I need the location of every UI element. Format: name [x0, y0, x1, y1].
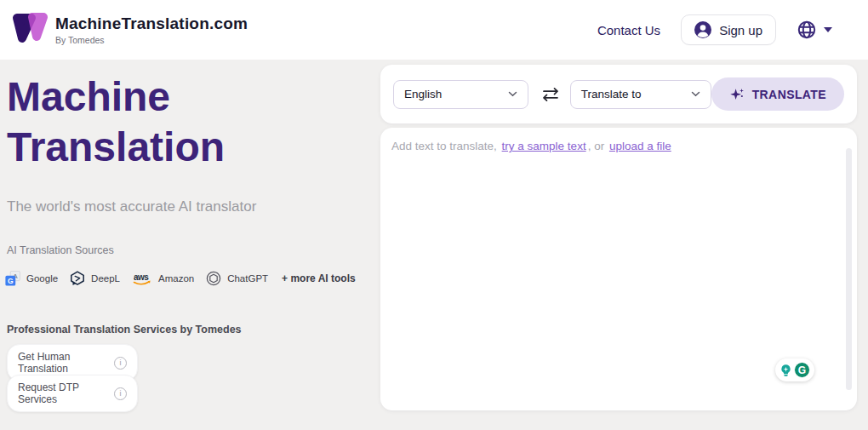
page-title: MachineTranslation	[7, 72, 364, 172]
translator-toolbar: English Translate to TRANSLATE	[380, 65, 857, 123]
globe-icon	[797, 20, 817, 40]
svg-text:G: G	[8, 277, 14, 285]
placeholder-text: Add text to translate,	[391, 140, 497, 152]
grammarly-widget[interactable]: G	[775, 358, 814, 381]
brand-logo[interactable]: MachineTranslation.com By Tomedes	[9, 10, 248, 49]
source-google: A G Google	[5, 271, 58, 286]
brand-title: MachineTranslation.com	[55, 14, 248, 33]
source-label: Amazon	[158, 273, 194, 284]
signup-label: Sign up	[719, 23, 762, 37]
request-dtp-services-button[interactable]: Request DTP Services i	[7, 375, 138, 412]
source-deepl: DeepL	[70, 271, 120, 286]
source-language-value: English	[404, 88, 442, 100]
language-selector-button[interactable]	[797, 16, 832, 43]
header-nav: Contact Us Sign up	[597, 14, 832, 45]
button-label: Get Human Translation	[18, 351, 114, 375]
info-icon[interactable]: i	[114, 387, 127, 400]
swap-languages-button[interactable]	[540, 86, 562, 103]
source-label: ChatGPT	[227, 273, 268, 284]
chevron-down-icon	[691, 91, 700, 97]
signup-button[interactable]: Sign up	[681, 14, 776, 45]
chevron-down-icon	[508, 91, 517, 97]
user-avatar-icon	[694, 21, 711, 38]
target-language-placeholder: Translate to	[581, 88, 642, 100]
translate-button[interactable]: TRANSLATE	[711, 77, 844, 111]
header: MachineTranslation.com By Tomedes Contac…	[0, 0, 868, 60]
upload-file-link[interactable]: upload a file	[609, 140, 671, 152]
source-amazon: aws Amazon	[132, 272, 194, 286]
translate-label: TRANSLATE	[752, 88, 826, 101]
ai-sources-list: A G Google DeepL aws Amazon	[5, 271, 356, 286]
editor-placeholder: Add text to translate, try a sample text…	[391, 140, 673, 152]
translation-text-area[interactable]: Add text to translate, try a sample text…	[380, 128, 857, 410]
placeholder-separator: , or	[588, 140, 605, 152]
editor-scrollbar[interactable]	[846, 148, 852, 390]
source-label: Google	[26, 273, 58, 284]
lightbulb-icon	[779, 364, 792, 377]
button-label: Request DTP Services	[18, 381, 114, 405]
contact-us-link[interactable]: Contact Us	[597, 23, 660, 37]
deepl-icon	[70, 271, 85, 286]
services-heading: Professional Translation Services by Tom…	[7, 324, 242, 335]
chevron-down-icon	[824, 27, 832, 32]
source-chatgpt: ChatGPT	[206, 271, 268, 286]
ai-sources-label: AI Translation Sources	[7, 244, 114, 256]
source-label: DeepL	[91, 273, 120, 284]
svg-text:aws: aws	[134, 272, 149, 282]
aws-icon: aws	[132, 272, 152, 286]
google-translate-icon: A G	[5, 271, 20, 286]
target-language-select[interactable]: Translate to	[570, 80, 711, 109]
info-icon[interactable]: i	[114, 357, 127, 370]
more-ai-tools-link[interactable]: + more AI tools	[282, 272, 356, 284]
machinetranslation-logo-icon	[9, 10, 48, 49]
sparkles-icon	[729, 86, 745, 102]
source-language-select[interactable]: English	[393, 80, 528, 109]
page-subtitle: The world's most accurate AI translator	[7, 198, 256, 215]
brand-subtitle: By Tomedes	[55, 35, 248, 45]
try-sample-text-link[interactable]: try a sample text	[502, 140, 586, 152]
chatgpt-icon	[206, 271, 221, 286]
grammarly-g-icon: G	[794, 362, 810, 378]
